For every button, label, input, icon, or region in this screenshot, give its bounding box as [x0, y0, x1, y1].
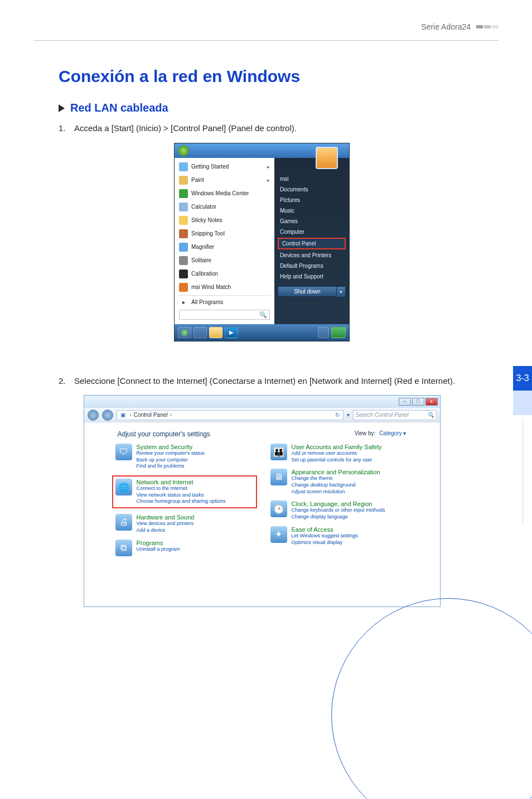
cp-link: Back up your computer [137, 457, 205, 464]
start-menu-item: msi Wind Match [176, 281, 273, 294]
program-icon [179, 189, 188, 198]
program-icon [179, 229, 188, 238]
cp-category-title: Ease of Access [292, 526, 358, 533]
view-by-label: View by: [355, 430, 376, 436]
program-label: Calibration [191, 271, 218, 277]
program-icon [179, 216, 188, 225]
start-right-item: Pictures [274, 195, 349, 205]
start-menu-item: Calibration [176, 267, 273, 281]
program-label: Calculator [191, 204, 216, 210]
program-icon [179, 203, 188, 211]
section-heading: Red LAN cableada [59, 102, 465, 114]
cp-link: Add or remove user accounts [292, 450, 382, 457]
cp-link: Add a device [137, 527, 195, 534]
start-right-item: Devices and Printers [274, 250, 349, 261]
start-right-item: Documents [274, 184, 349, 195]
start-menu-item: Windows Media Center [176, 187, 273, 200]
start-right-item: msi [274, 174, 349, 184]
cp-link: Adjust screen resolution [292, 489, 380, 495]
chevron-right-icon: › [170, 412, 171, 418]
start-menu-screenshot: Getting Started▸Paint▸Windows Media Cent… [174, 143, 350, 341]
program-label: Paint [191, 177, 204, 183]
program-label: Getting Started [191, 163, 229, 170]
page-tab-shadow [513, 391, 532, 415]
cp-col-right: 👪User Accounts and Family SafetyAdd or r… [270, 444, 409, 562]
cp-category: 🖨Hardware and SoundView devices and prin… [115, 514, 254, 533]
start-menu-item: Getting Started▸ [176, 160, 273, 174]
start-menu-topbar [175, 143, 349, 158]
refresh-icon: ↻ [335, 412, 340, 418]
adjust-label: Adjust your computer's settings [118, 430, 210, 438]
tray-status-icon [331, 327, 346, 338]
shutdown-button: Shut down [278, 286, 337, 297]
shutdown-dropdown-icon: ▸ [337, 286, 346, 297]
cp-category: ✦Ease of AccessLet Windows suggest setti… [270, 526, 409, 546]
maximize-button: □ [412, 398, 424, 406]
taskbar-ie-icon: e [194, 327, 207, 338]
program-label: Solitaire [191, 257, 211, 263]
view-by: View by: Category ▾ [355, 430, 407, 438]
cp-category-icon: 🖥 [270, 469, 287, 485]
breadcrumb: ▣ › Control Panel › ↻ [117, 410, 344, 420]
start-menu-item: Snipping Tool [176, 227, 273, 240]
header-rule [33, 40, 499, 41]
program-icon [179, 256, 188, 265]
step-number: 1. [59, 122, 74, 135]
start-right-item-highlighted: Control Panel [278, 238, 346, 249]
cp-category-icon: ⧉ [115, 540, 132, 556]
step-number: 2. [59, 375, 74, 388]
cp-category-icon: 👪 [270, 444, 287, 460]
start-right-item: Games [274, 216, 349, 227]
cp-category: 🖥Appearance and PersonalizationChange th… [270, 469, 409, 495]
corner-decoration [331, 598, 532, 799]
cp-category-icon: 🖨 [115, 514, 132, 531]
cp-category-icon: ✦ [270, 526, 287, 543]
cp-category-title: User Accounts and Family Safety [292, 444, 382, 450]
view-by-value: Category ▾ [379, 430, 406, 436]
cp-category-title: Appearance and Personalization [292, 469, 380, 475]
chevron-right-icon: › [130, 412, 132, 418]
start-menu-item: Sticky Notes [176, 214, 273, 227]
program-icon [179, 243, 188, 252]
cp-category-title: Hardware and Sound [137, 514, 195, 521]
search-icon: 🔍 [259, 311, 267, 319]
search-box: Search Control Panel 🔍 [353, 410, 437, 420]
page-title: Conexión a la red en Windows [59, 67, 465, 86]
cp-link: Change desktop background [292, 482, 380, 489]
all-programs: ▸All Programs [176, 297, 273, 307]
cp-category: 🛡System and SecurityReview your computer… [115, 444, 254, 470]
cp-category-icon: 🛡 [115, 444, 132, 460]
cp-col-left: 🛡System and SecurityReview your computer… [115, 444, 254, 562]
cp-category-icon: 🌐 [115, 479, 132, 495]
cp-link: View devices and printers [137, 521, 195, 527]
start-right-item: Help and Support [274, 271, 349, 282]
cp-category-title: Programs [137, 540, 180, 546]
start-orb-icon [178, 145, 189, 156]
cp-link: Optimize visual display [292, 540, 358, 546]
taskbar-start-icon [178, 327, 191, 338]
breadcrumb-text: Control Panel [134, 412, 168, 418]
cp-link: Choose homegroup and sharing options [137, 498, 226, 505]
program-label: msi Wind Match [191, 284, 231, 290]
program-label: Snipping Tool [191, 230, 225, 237]
section-title: Red LAN cableada [70, 102, 168, 114]
cp-category-title: Clock, Language, and Region [292, 500, 385, 507]
cp-category-title: System and Security [137, 444, 205, 450]
side-dots [523, 418, 523, 524]
cp-link: Change display language [292, 514, 385, 521]
cp-category-icon: 🕑 [270, 500, 287, 517]
cp-category-title: Network and Internet [137, 479, 226, 485]
nav-bar: ▣ › Control Panel › ↻ ▾ Search Control P… [84, 408, 440, 422]
cp-link: Uninstall a program [137, 546, 180, 553]
content: Conexión a la red en Windows Red LAN cab… [59, 67, 465, 607]
program-icon [179, 269, 188, 278]
taskbar-explorer-icon [209, 327, 223, 338]
chevron-right-icon: ▸ [267, 164, 270, 170]
close-button: x [425, 398, 438, 406]
program-label: Sticky Notes [191, 217, 223, 223]
control-panel-screenshot: – □ x ▣ › Control Panel › ↻ ▾ Search Con… [84, 395, 441, 607]
cp-link: Change the theme [292, 475, 380, 482]
cp-link: Let Windows suggest settings [292, 533, 358, 540]
cp-category: 🕑Clock, Language, and RegionChange keybo… [270, 500, 409, 520]
shutdown-area: Shut down▸ [278, 286, 346, 297]
